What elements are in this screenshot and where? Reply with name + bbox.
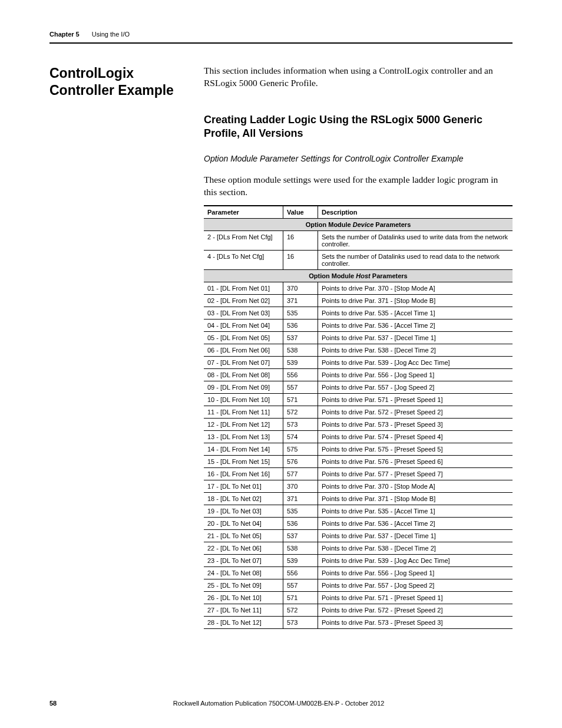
table-cell-desc: Points to drive Par. 577 - [Preset Speed… <box>318 468 513 480</box>
page-number: 58 <box>49 700 57 707</box>
table-cell-value: 538 <box>283 344 318 357</box>
table-row: 07 - [DL From Net 07]539Points to drive … <box>204 357 513 369</box>
table-cell-desc: Points to drive Par. 371 - [Stop Mode B] <box>318 493 513 505</box>
table-cell-value: 371 <box>283 493 318 505</box>
table-cell-param: 06 - [DL From Net 06] <box>204 344 283 357</box>
intro-paragraph: This section includes information when u… <box>204 65 513 90</box>
table-cell-value: 575 <box>283 443 318 456</box>
table-row: 10 - [DL From Net 10]571Points to drive … <box>204 394 513 406</box>
table-cell-desc: Points to drive Par. 370 - [Stop Mode A] <box>318 282 513 295</box>
table-cell-param: 20 - [DL To Net 04] <box>204 518 283 530</box>
table-cell-desc: Points to drive Par. 556 - [Jog Speed 1] <box>318 567 513 579</box>
table-row: 06 - [DL From Net 06]538Points to drive … <box>204 344 513 357</box>
parameter-table: Parameter Value Description Option Modul… <box>204 205 513 629</box>
table-cell-desc: Points to drive Par. 537 - [Decel Time 1… <box>318 332 513 344</box>
table-cell-desc: Points to drive Par. 538 - [Decel Time 2… <box>318 344 513 357</box>
table-row: 27 - [DL To Net 11]572Points to drive Pa… <box>204 604 513 617</box>
table-cell-value: 556 <box>283 369 318 381</box>
page-footer: 58 Rockwell Automation Publication 750CO… <box>49 700 513 707</box>
table-cell-value: 571 <box>283 592 318 604</box>
sub-sub-heading: Option Module Parameter Settings for Con… <box>204 154 513 163</box>
table-section-cell: Option Module Host Parameters <box>204 270 513 282</box>
table-section-cell: Option Module Device Parameters <box>204 219 513 231</box>
page-header: Chapter 5 Using the I/O <box>49 28 513 44</box>
table-cell-value: 557 <box>283 381 318 394</box>
table-cell-param: 09 - [DL From Net 09] <box>204 381 283 394</box>
table-row: 03 - [DL From Net 03]535Points to drive … <box>204 307 513 319</box>
table-cell-value: 574 <box>283 431 318 443</box>
table-cell-param: 23 - [DL To Net 07] <box>204 555 283 567</box>
table-row: 17 - [DL To Net 01]370Points to drive Pa… <box>204 480 513 493</box>
table-cell-param: 10 - [DL From Net 10] <box>204 394 283 406</box>
table-cell-desc: Points to drive Par. 535 - [Accel Time 1… <box>318 307 513 319</box>
table-cell-param: 14 - [DL From Net 14] <box>204 443 283 456</box>
table-cell-param: 04 - [DL From Net 04] <box>204 319 283 332</box>
table-cell-param: 17 - [DL To Net 01] <box>204 480 283 493</box>
table-row: 22 - [DL To Net 06]538Points to drive Pa… <box>204 542 513 555</box>
table-cell-value: 370 <box>283 282 318 295</box>
table-cell-param: 08 - [DL From Net 08] <box>204 369 283 381</box>
table-cell-param: 25 - [DL To Net 09] <box>204 579 283 592</box>
table-cell-param: 24 - [DL To Net 08] <box>204 567 283 579</box>
table-cell-param: 16 - [DL From Net 16] <box>204 468 283 480</box>
table-cell-value: 537 <box>283 530 318 542</box>
table-cell-param: 12 - [DL From Net 12] <box>204 419 283 431</box>
table-cell-desc: Points to drive Par. 574 - [Preset Speed… <box>318 431 513 443</box>
table-cell-desc: Points to drive Par. 539 - [Jog Acc Dec … <box>318 555 513 567</box>
table-cell-value: 371 <box>283 295 318 307</box>
table-cell-value: 573 <box>283 617 318 629</box>
table-row: 11 - [DL From Net 11]572Points to drive … <box>204 406 513 419</box>
table-body: Option Module Device Parameters2 - [DLs … <box>204 219 513 629</box>
table-row: 18 - [DL To Net 02]371Points to drive Pa… <box>204 493 513 505</box>
table-row: 4 - [DLs To Net Cfg]16Sets the number of… <box>204 251 513 270</box>
table-cell-desc: Points to drive Par. 535 - [Accel Time 1… <box>318 505 513 518</box>
table-cell-value: 556 <box>283 567 318 579</box>
table-cell-desc: Points to drive Par. 573 - [Preset Speed… <box>318 419 513 431</box>
table-row: 12 - [DL From Net 12]573Points to drive … <box>204 419 513 431</box>
table-row: 2 - [DLs From Net Cfg]16Sets the number … <box>204 231 513 251</box>
table-cell-value: 572 <box>283 406 318 419</box>
table-cell-desc: Points to drive Par. 557 - [Jog Speed 2] <box>318 381 513 394</box>
table-row: 02 - [DL From Net 02]371Points to drive … <box>204 295 513 307</box>
table-cell-desc: Points to drive Par. 575 - [Preset Speed… <box>318 443 513 456</box>
table-cell-value: 16 <box>283 231 318 251</box>
table-cell-param: 26 - [DL To Net 10] <box>204 592 283 604</box>
table-section-row: Option Module Host Parameters <box>204 270 513 282</box>
table-row: 15 - [DL From Net 15]576Points to drive … <box>204 456 513 468</box>
lead-paragraph: These option module settings were used f… <box>204 174 513 199</box>
table-row: 09 - [DL From Net 09]557Points to drive … <box>204 381 513 394</box>
table-cell-desc: Points to drive Par. 536 - [Accel Time 2… <box>318 518 513 530</box>
table-cell-value: 16 <box>283 251 318 270</box>
table-row: 01 - [DL From Net 01]370Points to drive … <box>204 282 513 295</box>
table-cell-param: 11 - [DL From Net 11] <box>204 406 283 419</box>
table-cell-value: 539 <box>283 555 318 567</box>
table-cell-value: 572 <box>283 604 318 617</box>
table-cell-desc: Points to drive Par. 571 - [Preset Speed… <box>318 592 513 604</box>
table-cell-param: 18 - [DL To Net 02] <box>204 493 283 505</box>
table-cell-param: 13 - [DL From Net 13] <box>204 431 283 443</box>
table-section-row: Option Module Device Parameters <box>204 219 513 231</box>
table-row: 28 - [DL To Net 12]573Points to drive Pa… <box>204 617 513 629</box>
header-chapter: Chapter 5 <box>49 31 80 38</box>
table-row: 04 - [DL From Net 04]536Points to drive … <box>204 319 513 332</box>
table-cell-param: 03 - [DL From Net 03] <box>204 307 283 319</box>
table-cell-desc: Points to drive Par. 536 - [Accel Time 2… <box>318 319 513 332</box>
table-row: 24 - [DL To Net 08]556Points to drive Pa… <box>204 567 513 579</box>
table-cell-value: 571 <box>283 394 318 406</box>
table-cell-desc: Points to drive Par. 573 - [Preset Speed… <box>318 617 513 629</box>
table-cell-param: 4 - [DLs To Net Cfg] <box>204 251 283 270</box>
table-row: 19 - [DL To Net 03]535Points to drive Pa… <box>204 505 513 518</box>
table-cell-param: 07 - [DL From Net 07] <box>204 357 283 369</box>
table-cell-value: 536 <box>283 518 318 530</box>
table-cell-param: 28 - [DL To Net 12] <box>204 617 283 629</box>
table-row: 23 - [DL To Net 07]539Points to drive Pa… <box>204 555 513 567</box>
table-cell-param: 05 - [DL From Net 05] <box>204 332 283 344</box>
table-row: 26 - [DL To Net 10]571Points to drive Pa… <box>204 592 513 604</box>
table-cell-desc: Points to drive Par. 572 - [Preset Speed… <box>318 406 513 419</box>
table-row: 14 - [DL From Net 14]575Points to drive … <box>204 443 513 456</box>
table-row: 05 - [DL From Net 05]537Points to drive … <box>204 332 513 344</box>
table-cell-value: 576 <box>283 456 318 468</box>
table-cell-param: 2 - [DLs From Net Cfg] <box>204 231 283 251</box>
table-cell-desc: Points to drive Par. 538 - [Decel Time 2… <box>318 542 513 555</box>
table-cell-desc: Sets the number of Datalinks used to rea… <box>318 251 513 270</box>
